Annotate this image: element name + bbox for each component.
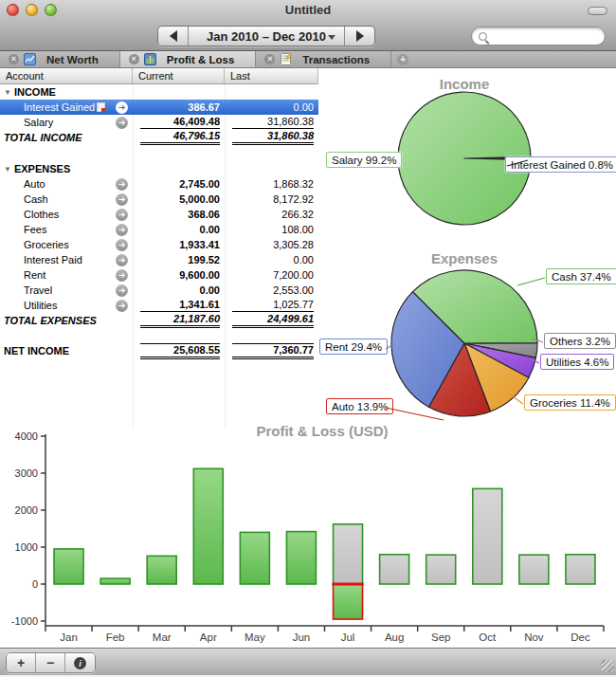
- tab-bar: × Net Worth × Profit & Loss × Transactio…: [0, 51, 616, 68]
- current-value-cell: 9,600.00: [133, 267, 225, 283]
- column-header-last[interactable]: Last: [225, 68, 317, 83]
- pie-label-rent: Rent 29.4%: [319, 338, 388, 355]
- drilldown-arrow-button[interactable]: ➔: [116, 117, 128, 129]
- next-period-button[interactable]: [344, 27, 374, 46]
- table-row[interactable]: TOTAL INCOME46,796.1531,860.38: [0, 130, 318, 145]
- tab-label: Net Worth: [41, 54, 112, 65]
- line-chart-icon: [24, 53, 36, 65]
- x-axis-label: Jul: [341, 631, 355, 643]
- current-value-cell: 1,341.61: [133, 298, 225, 313]
- table-row[interactable]: ▼EXPENSES: [0, 161, 318, 176]
- date-range-control: Jan 2010 – Dec 2010: [157, 26, 375, 46]
- drilldown-arrow-button[interactable]: ➔: [116, 254, 128, 266]
- current-value-cell: 46,796.15: [133, 130, 225, 145]
- tab-net-worth[interactable]: × Net Worth: [0, 51, 120, 67]
- table-row[interactable]: Interest Gained➔386.670.00: [0, 100, 318, 115]
- table-row[interactable]: NET INCOME25,608.557,360.77: [0, 343, 318, 358]
- tab-transactions[interactable]: × Transactions: [256, 51, 391, 67]
- date-range-dropdown[interactable]: Jan 2010 – Dec 2010: [189, 27, 344, 46]
- report-content: Account Current Last ▼INCOMEInterest Gai…: [0, 68, 616, 648]
- bar-nov: [519, 555, 549, 584]
- search-field[interactable]: [471, 27, 606, 46]
- arrow-right-icon: [356, 30, 364, 42]
- x-axis-label: Feb: [106, 631, 125, 643]
- app-window: Untitled Jan 2010 – Dec 2010 × Net Worth…: [0, 0, 616, 677]
- arrow-left-icon: [170, 30, 177, 42]
- resize-grip[interactable]: [602, 660, 614, 672]
- drilldown-arrow-button[interactable]: ➔: [116, 224, 128, 236]
- close-tab-icon[interactable]: ×: [129, 54, 139, 64]
- account-cell: Fees➔: [0, 222, 133, 237]
- bar-jun: [286, 532, 316, 584]
- drilldown-arrow-button[interactable]: ➔: [116, 101, 128, 114]
- total-label: TOTAL EXPENSES: [4, 315, 97, 326]
- close-tab-icon[interactable]: ×: [9, 54, 19, 64]
- table-row[interactable]: Rent➔9,600.007,200.00: [0, 267, 318, 283]
- total-label: NET INCOME: [4, 345, 69, 357]
- table-row[interactable]: Cash➔5,000.008,172.92: [0, 192, 318, 207]
- table-row[interactable]: Salary➔46,409.4831,860.38: [0, 115, 318, 130]
- tab-profit-and-loss[interactable]: × Profit & Loss: [120, 51, 257, 67]
- x-axis-label: Dec: [571, 631, 590, 643]
- account-name: Groceries: [24, 239, 69, 250]
- last-value-cell: 24,499.61: [225, 313, 318, 328]
- total-label: TOTAL INCOME: [4, 132, 82, 143]
- last-value-cell: 108.00: [225, 222, 318, 237]
- account-name: Fees: [24, 224, 46, 235]
- column-header-current[interactable]: Current: [133, 68, 225, 83]
- table-row[interactable]: TOTAL EXPENSES21,187.6024,499.61: [0, 313, 318, 328]
- column-header-account[interactable]: Account: [0, 68, 133, 83]
- info-button[interactable]: i: [65, 653, 95, 672]
- previous-period-button[interactable]: [158, 27, 189, 46]
- drilldown-arrow-button[interactable]: ➔: [116, 269, 128, 282]
- table-row[interactable]: Travel➔0.002,553.00: [0, 283, 318, 298]
- account-cell: Groceries➔: [0, 237, 133, 252]
- account-name: Salary: [24, 117, 53, 128]
- x-axis-label: May: [245, 631, 265, 643]
- disclosure-triangle-icon[interactable]: ▼: [4, 88, 11, 97]
- table-spacer: [0, 145, 318, 161]
- drilldown-arrow-button[interactable]: ➔: [116, 193, 128, 206]
- table-row[interactable]: Clothes➔368.06266.32: [0, 207, 318, 222]
- account-cell: TOTAL EXPENSES: [0, 313, 133, 328]
- last-value-cell: 8,172.92: [225, 192, 318, 207]
- account-name: Utilities: [24, 300, 57, 311]
- table-row[interactable]: Groceries➔1,933.413,305.28: [0, 237, 318, 252]
- date-range-label: Jan 2010 – Dec 2010: [207, 29, 326, 44]
- last-value-cell: 31,860.38: [225, 115, 318, 130]
- account-cell: Auto➔: [0, 176, 133, 192]
- remove-button[interactable]: −: [36, 653, 65, 672]
- note-icon: [97, 102, 105, 112]
- x-axis-label: Mar: [153, 631, 172, 643]
- pie-label-others: Others 3.2%: [544, 333, 616, 349]
- account-cell: Interest Paid➔: [0, 252, 133, 267]
- ledger-icon: [280, 53, 292, 65]
- last-value-cell: 2,553.00: [225, 283, 318, 298]
- drilldown-arrow-button[interactable]: ➔: [116, 178, 128, 191]
- x-axis-label: Sep: [431, 631, 450, 643]
- drilldown-arrow-button[interactable]: ➔: [116, 300, 128, 312]
- table-row[interactable]: Utilities➔1,341.611,025.77: [0, 298, 318, 313]
- table-row[interactable]: Auto➔2,745.001,868.32: [0, 176, 318, 192]
- bar-feb: [100, 578, 130, 584]
- table-row[interactable]: ▼INCOME: [0, 84, 318, 100]
- current-value-cell: 0.00: [133, 283, 225, 298]
- plus-icon: +: [397, 54, 408, 65]
- toolbar-lozenge-button[interactable]: [588, 7, 607, 15]
- table-row[interactable]: Fees➔0.00108.00: [0, 222, 318, 237]
- bar-may: [240, 532, 269, 584]
- action-button-group: + − i: [6, 652, 96, 673]
- close-tab-icon[interactable]: ×: [264, 54, 275, 64]
- add-button[interactable]: +: [7, 653, 36, 672]
- x-axis-label: Apr: [200, 631, 217, 643]
- bar-oct: [473, 488, 502, 584]
- add-tab-button[interactable]: +: [391, 51, 414, 67]
- drilldown-arrow-button[interactable]: ➔: [116, 239, 128, 251]
- disclosure-triangle-icon[interactable]: ▼: [4, 165, 11, 174]
- drilldown-arrow-button[interactable]: ➔: [116, 209, 128, 221]
- pie-label-salary: Salary 99.2%: [326, 152, 402, 168]
- search-input[interactable]: [487, 30, 605, 42]
- account-cell: Travel➔: [0, 283, 133, 298]
- table-row[interactable]: Interest Paid➔199.520.00: [0, 252, 318, 267]
- drilldown-arrow-button[interactable]: ➔: [116, 284, 128, 297]
